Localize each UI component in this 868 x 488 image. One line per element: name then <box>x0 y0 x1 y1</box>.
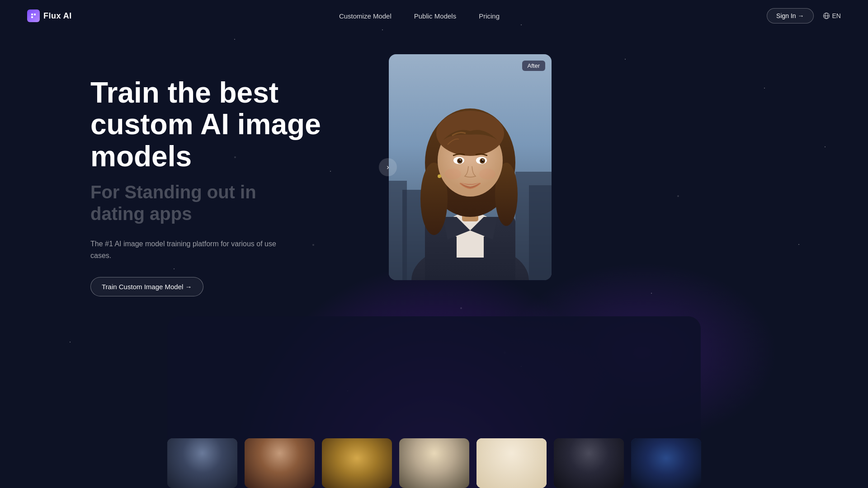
svg-rect-63 <box>554 438 624 488</box>
svg-point-54 <box>449 445 458 454</box>
train-model-button[interactable]: Train Custom Image Model → <box>90 277 203 296</box>
thumbnail-6[interactable] <box>554 438 624 488</box>
hero-description: The #1 AI image model training platform … <box>90 238 289 261</box>
logo-text: Flux AI <box>43 11 72 21</box>
globe-icon <box>823 12 830 19</box>
svg-point-52 <box>425 442 436 453</box>
svg-point-44 <box>341 452 373 479</box>
svg-point-59 <box>499 445 524 477</box>
svg-point-57 <box>436 455 445 467</box>
thumbnail-5[interactable] <box>476 438 547 488</box>
svg-point-62 <box>513 452 516 455</box>
svg-point-53 <box>436 446 453 462</box>
svg-rect-65 <box>554 438 624 463</box>
svg-point-60 <box>502 446 520 464</box>
thumbnail-1[interactable] <box>167 438 237 488</box>
thumbnail-strip: S <box>0 438 868 488</box>
thumb-graduation-photo <box>167 438 237 488</box>
svg-rect-7 <box>529 185 552 280</box>
after-badge: After <box>522 61 545 71</box>
svg-point-48 <box>350 460 355 464</box>
svg-point-49 <box>359 460 363 464</box>
svg-rect-64 <box>554 463 624 488</box>
thumb-woman-portrait <box>245 438 315 488</box>
hero-title-line1: Train the best <box>90 76 278 109</box>
svg-point-71 <box>656 447 676 467</box>
hero-title: Train the best custom AI image models <box>90 77 344 172</box>
navigation: Flux AI Customize Model Public Models Pr… <box>0 0 868 32</box>
hero-image-container: After › <box>389 54 552 280</box>
nav-customize-model[interactable]: Customize Model <box>339 12 392 20</box>
hero-photo-svg <box>389 54 552 280</box>
svg-marker-36 <box>192 445 212 449</box>
svg-rect-72 <box>660 463 671 472</box>
arrow-icon: › <box>387 163 389 171</box>
language-label: EN <box>832 12 841 19</box>
svg-point-51 <box>410 445 424 459</box>
svg-point-40 <box>265 447 294 483</box>
svg-rect-31 <box>167 438 237 488</box>
nav-right: Sign In → EN <box>767 8 841 23</box>
thumb-cat-flowers <box>399 438 469 488</box>
hero-subtitle-line2: dating apps <box>90 204 192 224</box>
svg-point-66 <box>577 447 600 479</box>
thumbnail-3[interactable] <box>322 438 392 488</box>
nav-links: Customize Model Public Models Pricing <box>339 12 500 20</box>
nav-pricing[interactable]: Pricing <box>479 12 500 20</box>
thumb-sketch <box>476 438 547 488</box>
thumb-dog-photo <box>322 438 392 488</box>
svg-rect-58 <box>476 438 547 488</box>
svg-rect-69 <box>631 438 701 463</box>
hero-text: Train the best custom AI image models Fo… <box>90 59 344 296</box>
sign-in-button[interactable]: Sign In → <box>767 8 813 23</box>
svg-point-45 <box>344 449 354 465</box>
thumbnail-7[interactable]: S <box>631 438 701 488</box>
thumb-outdoor <box>554 438 624 488</box>
language-selector[interactable]: EN <box>823 12 841 19</box>
logo-icon <box>27 9 40 22</box>
svg-rect-39 <box>245 438 315 470</box>
svg-point-26 <box>460 160 461 161</box>
svg-rect-35 <box>192 447 212 450</box>
svg-point-27 <box>482 160 484 161</box>
hero-title-line2: custom AI image <box>90 108 321 141</box>
svg-point-33 <box>189 447 216 479</box>
svg-point-47 <box>345 453 368 473</box>
svg-point-30 <box>438 174 441 178</box>
svg-point-46 <box>359 449 370 465</box>
svg-point-70 <box>651 448 680 483</box>
nav-public-models[interactable]: Public Models <box>414 12 456 20</box>
svg-rect-38 <box>245 438 315 488</box>
svg-rect-42 <box>322 438 392 488</box>
svg-rect-68 <box>631 438 701 488</box>
svg-point-41 <box>269 447 290 468</box>
hero-title-line3: models <box>90 140 192 173</box>
hero-subtitle-line1: For Standing out in <box>90 182 256 202</box>
svg-rect-50 <box>399 438 469 488</box>
hero-subtitle: For Standing out in dating apps <box>90 181 344 225</box>
logo[interactable]: Flux AI <box>27 9 72 22</box>
svg-point-29 <box>479 169 495 179</box>
svg-text:S: S <box>664 465 667 471</box>
svg-rect-43 <box>322 461 392 488</box>
main-content: Train the best custom AI image models Fo… <box>0 32 868 296</box>
svg-rect-37 <box>208 448 209 454</box>
thumbnail-4[interactable] <box>399 438 469 488</box>
svg-rect-32 <box>167 438 237 465</box>
thumb-superman: S <box>631 438 701 488</box>
svg-point-34 <box>192 446 212 466</box>
thumbnail-2[interactable] <box>245 438 315 488</box>
svg-point-61 <box>507 452 509 455</box>
svg-point-55 <box>420 457 448 483</box>
svg-point-56 <box>423 455 432 467</box>
hero-image <box>389 54 552 280</box>
svg-point-67 <box>580 448 597 465</box>
svg-point-28 <box>445 169 461 179</box>
before-after-arrow[interactable]: › <box>379 158 397 176</box>
